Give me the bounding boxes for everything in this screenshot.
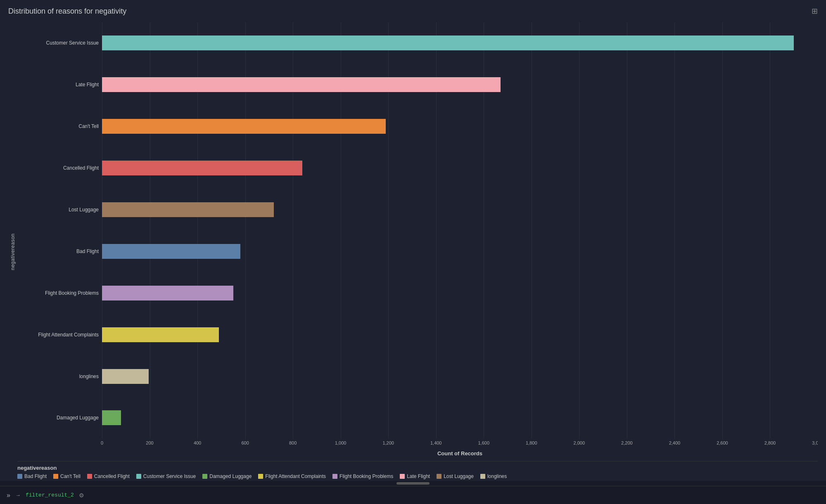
legend-item-label: Bad Flight [24,473,47,479]
bar[interactable] [102,369,149,384]
legend-color-box [480,474,485,479]
bar-labels: Customer Service IssueLate FlightCan't T… [17,22,102,439]
legend-item: Damaged Luggage [202,473,252,479]
bar-row [102,324,818,345]
legend-color-box [258,474,263,479]
bar[interactable] [102,410,121,425]
bar-row [102,282,818,304]
bar-row [102,116,818,137]
legend-area: negativereason Bad FlightCan't TellCance… [17,461,818,481]
bars-and-axes: Customer Service IssueLate FlightCan't T… [17,22,818,439]
legend-color-box [332,474,337,479]
legend-item: Late Flight [400,473,430,479]
legend-item-label: Lost Luggage [444,473,474,479]
legend-item-label: Flight Attendant Complaints [265,473,326,479]
legend-item: Customer Service Issue [136,473,196,479]
bar[interactable] [102,77,501,92]
scrollbar-thumb[interactable] [396,482,430,485]
bar-row [102,74,818,95]
bar-label: Lost Luggage [17,206,99,213]
x-axis-ticks: 02004006008001,0001,2001,4001,6001,8002,… [102,439,818,448]
legend-color-box [136,474,141,479]
bar[interactable] [102,244,240,259]
bar-label: Flight Booking Problems [17,290,99,296]
legend-item-label: Late Flight [407,473,430,479]
bar[interactable] [102,327,219,342]
bar-row [102,32,818,54]
legend-item-label: Can't Tell [60,473,81,479]
y-axis-label-container: negativereason [8,22,17,481]
legend-title: negativereason [17,465,818,471]
legend-item: Cancelled Flight [87,473,130,479]
bar-row [102,407,818,428]
bar-row [102,241,818,262]
bar-label: Damaged Luggage [17,414,99,421]
collapse-arrow[interactable]: » [7,492,10,499]
x-axis-title: Count of Records [102,448,818,459]
legend-color-box [17,474,22,479]
legend-item-label: Flight Booking Problems [339,473,393,479]
legend-item-label: Cancelled Flight [94,473,130,479]
legend-item-label: longlines [487,473,507,479]
legend-item: Flight Attendant Complaints [258,473,326,479]
bar-label: Flight Attendant Complaints [17,331,99,338]
legend-items: Bad FlightCan't TellCancelled FlightCust… [17,473,818,479]
bar[interactable] [102,161,302,175]
bar[interactable] [102,119,386,134]
legend-item: Flight Booking Problems [332,473,393,479]
bar-label: Customer Service Issue [17,40,99,46]
bar[interactable] [102,35,794,50]
bar-label: Cancelled Flight [17,165,99,171]
bar-row [102,157,818,179]
bar[interactable] [102,286,233,301]
legend-color-box [87,474,92,479]
grid-icon[interactable]: ⊞ [812,7,818,16]
main-container: Distribution of reasons for negativity ⊞… [0,0,826,481]
bar-label: Bad Flight [17,248,99,255]
legend-item: longlines [480,473,507,479]
legend-item: Can't Tell [53,473,81,479]
legend-color-box [53,474,58,479]
legend-color-box [202,474,207,479]
scrollbar-area [0,481,826,486]
chart-title: Distribution of reasons for negativity [8,7,126,16]
legend-color-box [400,474,405,479]
gear-icon[interactable]: ⚙ [79,492,84,499]
y-axis-label: negativereason [10,233,16,270]
legend-item: Lost Luggage [437,473,474,479]
bottom-bar: » → filter_result_2 ⚙ [0,486,826,504]
bar-row [102,199,818,220]
bar-label: longlines [17,373,99,380]
legend-color-box [437,474,441,479]
legend-item: Bad Flight [17,473,47,479]
title-row: Distribution of reasons for negativity ⊞ [8,7,818,16]
bar-label: Can't Tell [17,123,99,130]
bar-label: Late Flight [17,81,99,88]
arrow-icon: → [15,492,21,498]
legend-item-label: Damaged Luggage [209,473,252,479]
bar-row [102,366,818,387]
x-axis-container: 02004006008001,0001,2001,4001,6001,8002,… [102,439,818,459]
filter-label: filter_result_2 [26,492,74,498]
chart-inner: Customer Service IssueLate FlightCan't T… [17,22,818,481]
chart-area: negativereason Customer Service IssueLat… [8,22,818,481]
bar[interactable] [102,202,274,217]
legend-item-label: Customer Service Issue [143,473,196,479]
bars-plot [102,22,818,439]
